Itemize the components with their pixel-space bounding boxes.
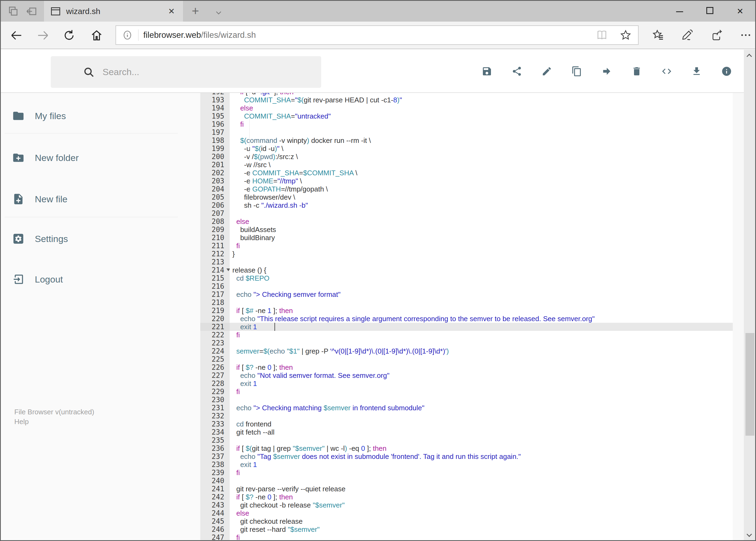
refresh-icon[interactable] bbox=[62, 29, 76, 42]
code-line-234[interactable]: git fetch --all bbox=[230, 428, 733, 436]
close-button[interactable]: ✕ bbox=[725, 6, 755, 16]
code-line-235[interactable] bbox=[230, 436, 733, 444]
code-line-241[interactable]: git rev-parse --verify --quiet release bbox=[230, 485, 733, 493]
share-icon[interactable] bbox=[710, 29, 723, 41]
move-button[interactable] bbox=[601, 66, 612, 77]
edit-button[interactable] bbox=[541, 66, 552, 77]
code-line-216[interactable] bbox=[230, 282, 733, 290]
new-tab-button[interactable]: + bbox=[189, 6, 202, 16]
sidebar-item-new-folder[interactable]: New folder bbox=[1, 143, 190, 173]
code-line-205[interactable]: filebrowser/dev \ bbox=[230, 193, 733, 201]
code-line-206[interactable]: sh -c "./wizard.sh -b" bbox=[230, 201, 733, 209]
favorite-star-icon[interactable] bbox=[620, 29, 631, 41]
scrollbar-thumb[interactable] bbox=[745, 333, 754, 436]
code-line-219[interactable]: if [ $# -ne 1 ]; then bbox=[230, 306, 733, 315]
code-line-246[interactable]: git reset --hard "$semver" bbox=[230, 525, 733, 533]
code-line-195[interactable]: COMMIT_SHA="untracked" bbox=[230, 112, 733, 120]
browser-scrollbar[interactable] bbox=[744, 50, 756, 541]
forward-icon[interactable] bbox=[36, 29, 50, 42]
code-line-222[interactable]: fi bbox=[230, 331, 733, 339]
code-line-221[interactable]: exit 1 bbox=[230, 323, 733, 331]
code-line-202[interactable]: -e COMMIT_SHA=$COMMIT_SHA \ bbox=[230, 169, 733, 177]
code-line-203[interactable]: -e HOME="//tmp" \ bbox=[230, 177, 733, 185]
annotate-pen-icon[interactable] bbox=[681, 29, 694, 41]
more-ellipsis-icon[interactable] bbox=[740, 29, 752, 41]
scroll-up-icon[interactable] bbox=[747, 54, 752, 59]
code-line-215[interactable]: cd $REPO bbox=[230, 274, 733, 282]
search-input[interactable]: Search... bbox=[51, 56, 321, 88]
code-line-198[interactable]: $(command -v winpty) docker run --rm -it… bbox=[230, 136, 733, 145]
scroll-down-icon[interactable] bbox=[747, 532, 752, 537]
code-line-192[interactable]: if [ -d ".git" ]; then bbox=[230, 93, 733, 96]
code-line-196[interactable]: fi bbox=[230, 120, 733, 128]
code-line-194[interactable]: else bbox=[230, 104, 733, 112]
sidebar-item-logout[interactable]: Logout bbox=[1, 265, 190, 294]
sidebar-item-my-files[interactable]: My files bbox=[1, 101, 190, 131]
minimize-button[interactable] bbox=[664, 7, 695, 16]
code-line-209[interactable]: buildAssets bbox=[230, 226, 733, 234]
code-line-242[interactable]: if [ $? -ne 0 ]; then bbox=[230, 493, 733, 501]
code-line-201[interactable]: -w //src \ bbox=[230, 161, 733, 169]
code-line-231[interactable]: echo "> Checking matching $semver in fro… bbox=[230, 404, 733, 412]
code-line-243[interactable]: git checkout -b release "$semver" bbox=[230, 501, 733, 509]
code-editor[interactable]: if [ -d ".git" ]; then COMMIT_SHA="$(git… bbox=[230, 93, 733, 541]
code-line-247[interactable]: fi bbox=[230, 533, 733, 541]
delete-button[interactable] bbox=[631, 66, 642, 77]
code-line-212[interactable]: } bbox=[230, 250, 733, 258]
info-button[interactable] bbox=[721, 66, 732, 77]
tabs-aside-icon[interactable] bbox=[26, 6, 37, 17]
code-line-217[interactable]: echo "> Checking semver format" bbox=[230, 290, 733, 298]
tab-close-icon[interactable]: ✕ bbox=[168, 6, 175, 16]
sidebar-item-settings[interactable]: Settings bbox=[1, 224, 190, 254]
code-line-208[interactable]: else bbox=[230, 218, 733, 226]
code-line-224[interactable]: semver=$(echo "$1" | grep -P '^v(0|[1-9]… bbox=[230, 347, 733, 355]
code-line-210[interactable]: buildBinary bbox=[230, 234, 733, 242]
url-text[interactable]: filebrowser.web/files/wizard.sh bbox=[143, 30, 256, 40]
tab-preview-icon[interactable] bbox=[8, 6, 19, 17]
code-line-197[interactable] bbox=[230, 128, 733, 136]
back-icon[interactable] bbox=[9, 29, 23, 42]
fold-arrow-icon[interactable] bbox=[226, 269, 230, 271]
code-line-238[interactable]: exit 1 bbox=[230, 460, 733, 469]
code-line-240[interactable] bbox=[230, 477, 733, 485]
code-line-229[interactable]: fi bbox=[230, 387, 733, 396]
home-icon[interactable] bbox=[90, 29, 104, 42]
code-line-199[interactable]: -u "$(id -u)" \ bbox=[230, 145, 733, 153]
code-line-230[interactable] bbox=[230, 396, 733, 404]
code-line-213[interactable] bbox=[230, 258, 733, 266]
code-button[interactable] bbox=[661, 66, 672, 77]
code-line-211[interactable]: fi bbox=[230, 242, 733, 250]
reading-view-icon[interactable] bbox=[596, 29, 608, 41]
code-line-236[interactable]: if [ $(git tag | grep "$semver" | wc -l)… bbox=[230, 444, 733, 452]
sidebar-item-new-file[interactable]: New file bbox=[1, 184, 190, 214]
code-line-226[interactable]: if [ $? -ne 0 ]; then bbox=[230, 363, 733, 371]
code-line-239[interactable]: fi bbox=[230, 469, 733, 477]
code-line-245[interactable]: git checkout release bbox=[230, 517, 733, 525]
code-line-204[interactable]: -e GOPATH=//tmp/gopath \ bbox=[230, 185, 733, 193]
editor-scrollbar-track[interactable] bbox=[733, 93, 744, 541]
code-line-220[interactable]: echo "This release script requires a sin… bbox=[230, 315, 733, 323]
code-line-214[interactable]: release () { bbox=[230, 266, 733, 274]
code-line-200[interactable]: -v /$(pwd):/src:z \ bbox=[230, 153, 733, 161]
code-line-228[interactable]: exit 1 bbox=[230, 379, 733, 387]
share-button[interactable] bbox=[511, 66, 522, 77]
help-link[interactable]: Help bbox=[14, 417, 29, 426]
tab-list-chevron-icon[interactable] bbox=[214, 8, 223, 17]
save-button[interactable] bbox=[481, 66, 492, 77]
code-line-232[interactable] bbox=[230, 412, 733, 420]
maximize-button[interactable] bbox=[695, 7, 725, 16]
download-button[interactable] bbox=[691, 66, 702, 77]
code-line-218[interactable] bbox=[230, 298, 733, 306]
copy-button[interactable] bbox=[571, 66, 582, 77]
address-bar[interactable]: filebrowser.web/files/wizard.sh bbox=[116, 25, 638, 45]
code-line-223[interactable] bbox=[230, 339, 733, 347]
code-line-225[interactable] bbox=[230, 355, 733, 363]
code-line-233[interactable]: cd frontend bbox=[230, 420, 733, 428]
active-tab[interactable]: wizard.sh ✕ bbox=[44, 1, 183, 22]
hub-favorites-icon[interactable] bbox=[652, 29, 664, 41]
page-info-icon[interactable] bbox=[122, 30, 133, 41]
code-line-193[interactable]: COMMIT_SHA="$(git rev-parse HEAD | cut -… bbox=[230, 96, 733, 104]
code-line-207[interactable] bbox=[230, 209, 733, 218]
code-line-244[interactable]: else bbox=[230, 509, 733, 517]
code-line-237[interactable]: echo "Tag $semver does not exist in subm… bbox=[230, 452, 733, 460]
